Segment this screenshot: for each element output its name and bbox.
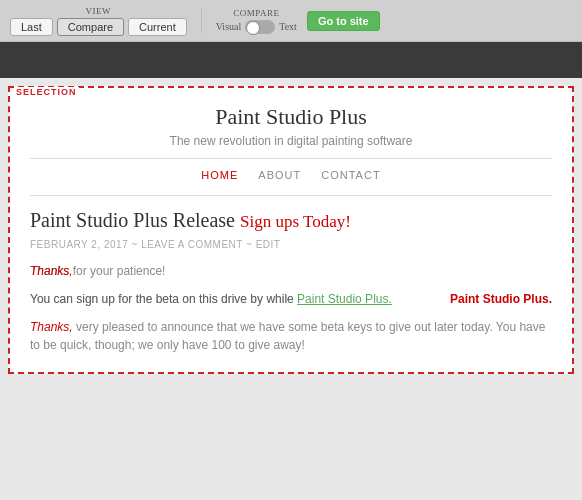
text-label: Text bbox=[279, 21, 297, 32]
view-label: View bbox=[86, 6, 112, 16]
go-to-site-button[interactable]: Go to site bbox=[307, 11, 380, 31]
post-title-main: Paint Studio Plus Release bbox=[30, 209, 235, 231]
nav-about[interactable]: ABOUT bbox=[258, 169, 301, 181]
site-nav: HOME ABOUT CONTACT bbox=[30, 169, 552, 181]
separator bbox=[201, 9, 202, 33]
selection-label: SELECTION bbox=[14, 87, 79, 97]
toggle-container: Visual Text bbox=[216, 20, 297, 34]
compare-label: Compare bbox=[233, 8, 279, 18]
post-line-1: Thanks for your patience! Thanks, bbox=[30, 262, 552, 280]
selection-area: SELECTION Paint Studio Plus The new revo… bbox=[8, 86, 574, 374]
toolbar: View Last Compare Current Compare Visual… bbox=[0, 0, 582, 42]
post-area: Paint Studio Plus Release Sign ups Today… bbox=[30, 208, 552, 354]
post-line2-overlay: You can sign up for the beta on this dri… bbox=[30, 290, 294, 308]
post-line1-overlay: Thanks, bbox=[30, 262, 73, 280]
compare-button[interactable]: Compare bbox=[57, 18, 124, 36]
site-title: Paint Studio Plus bbox=[30, 104, 552, 130]
post-line-2: You can sign up for the beta on this dri… bbox=[30, 290, 552, 308]
visual-text-toggle[interactable] bbox=[245, 20, 275, 34]
nav-home[interactable]: HOME bbox=[201, 169, 238, 181]
meta-sep1: ~ bbox=[132, 239, 138, 250]
view-controls: Last Compare Current bbox=[10, 18, 187, 36]
post-body: Thanks for your patience! Thanks, You ca… bbox=[30, 262, 552, 354]
visual-label: Visual bbox=[216, 21, 242, 32]
post-line3-text: very pleased to announce that we have so… bbox=[30, 320, 545, 352]
meta-sep2: ~ bbox=[246, 239, 252, 250]
site-subtitle: The new revolution in digital painting s… bbox=[30, 134, 552, 148]
compare-group: Compare Visual Text bbox=[216, 8, 297, 34]
post-line2-brand: Paint Studio Plus. bbox=[450, 290, 552, 308]
site-content: Paint Studio Plus The new revolution in … bbox=[10, 88, 572, 372]
nav-contact[interactable]: CONTACT bbox=[321, 169, 380, 181]
post-date: FEBRUARY 2, 2017 bbox=[30, 239, 128, 250]
last-button[interactable]: Last bbox=[10, 18, 53, 36]
header-divider bbox=[30, 158, 552, 159]
post-line-3: Thanks, very pleased to announce that we… bbox=[30, 318, 552, 354]
post-title: Paint Studio Plus Release Sign ups Today… bbox=[30, 208, 552, 233]
post-edit-link[interactable]: EDIT bbox=[256, 239, 281, 250]
nav-divider bbox=[30, 195, 552, 196]
post-line3-thanks: Thanks, bbox=[30, 320, 73, 334]
post-title-overlay: Sign ups Today! bbox=[240, 212, 351, 231]
post-meta: FEBRUARY 2, 2017 ~ LEAVE A COMMENT ~ EDI… bbox=[30, 239, 552, 250]
current-button[interactable]: Current bbox=[128, 18, 187, 36]
dark-bar bbox=[0, 42, 582, 78]
post-line2-link[interactable]: Paint Studio Plus. bbox=[297, 292, 392, 306]
view-group: View Last Compare Current bbox=[10, 6, 187, 36]
post-comment-link[interactable]: LEAVE A COMMENT bbox=[141, 239, 243, 250]
